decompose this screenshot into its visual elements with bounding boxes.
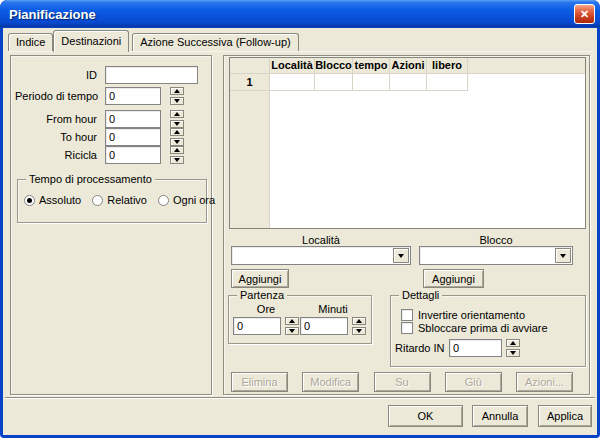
ricicla-input[interactable] — [105, 146, 161, 164]
periodo-di-tempo-input[interactable] — [105, 87, 161, 105]
id-input[interactable] — [105, 66, 198, 84]
spin-down-button[interactable] — [170, 156, 184, 164]
to-hour-input[interactable] — [105, 128, 161, 146]
to-hour-label: To hour — [15, 131, 105, 143]
tab-destinazioni[interactable]: Destinazioni — [53, 30, 129, 52]
aggiungi-localita-button[interactable]: Aggiungi — [231, 269, 289, 288]
grid-col-header-blocco[interactable]: Blocco — [315, 58, 353, 73]
id-row: ID — [15, 66, 198, 84]
window-title: Pianificazione — [9, 7, 574, 22]
spin-down-button[interactable] — [285, 327, 299, 335]
radio-relativo[interactable]: Relativo — [92, 194, 147, 206]
ritardo-in-spinner[interactable] — [506, 339, 520, 357]
grid-action-buttons: Elimina Modifica Su Giù Azioni... — [231, 372, 573, 392]
arrow-up-icon — [174, 148, 180, 152]
spin-up-button[interactable] — [170, 128, 184, 136]
grid-cell[interactable] — [427, 74, 468, 91]
spin-down-button[interactable] — [170, 138, 184, 146]
titlebar[interactable]: Pianificazione ✕ — [0, 0, 600, 28]
ok-button[interactable]: OK — [388, 405, 463, 427]
arrow-down-icon — [174, 99, 180, 103]
blocco-dropdown-button[interactable] — [555, 248, 571, 263]
grid-cell[interactable] — [390, 74, 427, 91]
radio-assoluto[interactable]: Assoluto — [24, 194, 81, 206]
spin-up-button[interactable] — [352, 317, 366, 325]
aggiungi-blocco-button[interactable]: Aggiungi — [423, 269, 484, 288]
minuti-field: Minuti — [300, 303, 366, 335]
radio-button-icon[interactable] — [24, 195, 35, 206]
invertire-orientamento-row[interactable]: ✓ Invertire orientamento — [401, 309, 525, 321]
grid-col-header-tempo[interactable]: tempo — [353, 58, 390, 73]
spin-up-button[interactable] — [506, 339, 520, 347]
to-hour-spinner[interactable] — [170, 128, 184, 146]
tab-azione-successiva[interactable]: Azione Successiva (Follow-up) — [132, 33, 298, 51]
grid-row-1[interactable]: 1 — [230, 74, 468, 91]
annulla-button[interactable]: Annulla — [472, 405, 528, 427]
radio-ogni-ora-label: Ogni ora — [173, 194, 215, 206]
id-label: ID — [15, 69, 105, 81]
ritardo-in-row: Ritardo IN — [395, 339, 520, 357]
from-hour-spinner[interactable] — [170, 110, 184, 128]
modifica-button[interactable]: Modifica — [302, 372, 359, 392]
localita-combo[interactable] — [231, 246, 411, 265]
spin-up-button[interactable] — [285, 317, 299, 325]
destinations-panel: Località Blocco tempo Azioni libero 1 Lo… — [223, 55, 590, 395]
spin-down-button[interactable] — [170, 120, 184, 128]
su-button[interactable]: Su — [374, 372, 431, 392]
sbloccare-prima-checkbox[interactable]: ✓ — [401, 322, 413, 334]
grid-col-header-azioni[interactable]: Azioni — [390, 58, 427, 73]
tempo-di-processamento-title: Tempo di processamento — [26, 173, 155, 185]
blocco-combo[interactable] — [419, 246, 573, 265]
tab-indice[interactable]: Indice — [8, 33, 53, 51]
arrow-down-icon — [289, 329, 295, 333]
radio-button-icon[interactable] — [92, 195, 103, 206]
minuti-input[interactable] — [300, 317, 348, 335]
spin-down-button[interactable] — [506, 349, 520, 357]
spin-up-button[interactable] — [170, 87, 184, 95]
spin-up-button[interactable] — [170, 110, 184, 118]
grid-cell[interactable] — [353, 74, 390, 91]
arrow-down-icon — [356, 329, 362, 333]
ritardo-in-label: Ritardo IN — [395, 342, 449, 354]
localita-dropdown-button[interactable] — [393, 248, 409, 263]
radio-button-icon[interactable] — [158, 195, 169, 206]
invertire-orientamento-checkbox[interactable]: ✓ — [401, 309, 413, 321]
invertire-orientamento-label: Invertire orientamento — [418, 309, 525, 321]
close-button[interactable]: ✕ — [574, 4, 595, 24]
giu-button[interactable]: Giù — [445, 372, 502, 392]
ore-input[interactable] — [233, 317, 281, 335]
spin-up-button[interactable] — [170, 146, 184, 154]
arrow-up-icon — [174, 112, 180, 116]
ore-spinner[interactable] — [285, 317, 299, 335]
partenza-title: Partenza — [237, 289, 287, 301]
sbloccare-prima-row[interactable]: ✓ Sbloccare prima di avviare — [401, 322, 548, 334]
close-icon: ✕ — [580, 8, 589, 21]
azioni-button[interactable]: Azioni... — [516, 372, 573, 392]
destinations-grid[interactable]: Località Blocco tempo Azioni libero 1 — [229, 57, 586, 229]
grid-header-row[interactable]: Località Blocco tempo Azioni libero — [230, 58, 585, 74]
grid-row-number: 1 — [230, 74, 270, 91]
arrow-down-icon — [174, 158, 180, 162]
periodo-di-tempo-row: Periodo di tempo — [15, 87, 184, 105]
applica-button[interactable]: Applica — [538, 405, 592, 427]
ricicla-row: Ricicla — [15, 146, 184, 164]
elimina-button[interactable]: Elimina — [231, 372, 288, 392]
spin-down-button[interactable] — [170, 97, 184, 105]
arrow-up-icon — [174, 89, 180, 93]
blocco-combo-label: Blocco — [419, 234, 573, 246]
periodo-di-tempo-spinner[interactable] — [170, 87, 184, 105]
grid-col-header-libero[interactable]: libero — [427, 58, 468, 73]
grid-cell[interactable] — [270, 74, 315, 91]
arrow-down-icon — [174, 122, 180, 126]
grid-cell[interactable] — [315, 74, 353, 91]
arrow-up-icon — [174, 130, 180, 134]
radio-ogni-ora[interactable]: Ogni ora — [158, 194, 215, 206]
spin-down-button[interactable] — [352, 327, 366, 335]
arrow-down-icon — [510, 351, 516, 355]
pianificazione-dialog: Pianificazione ✕ Indice Destinazioni Azi… — [0, 0, 600, 438]
ritardo-in-input[interactable] — [449, 339, 502, 357]
from-hour-input[interactable] — [105, 110, 161, 128]
grid-col-header-localita[interactable]: Località — [270, 58, 315, 73]
minuti-spinner[interactable] — [352, 317, 366, 335]
ricicla-spinner[interactable] — [170, 146, 184, 164]
